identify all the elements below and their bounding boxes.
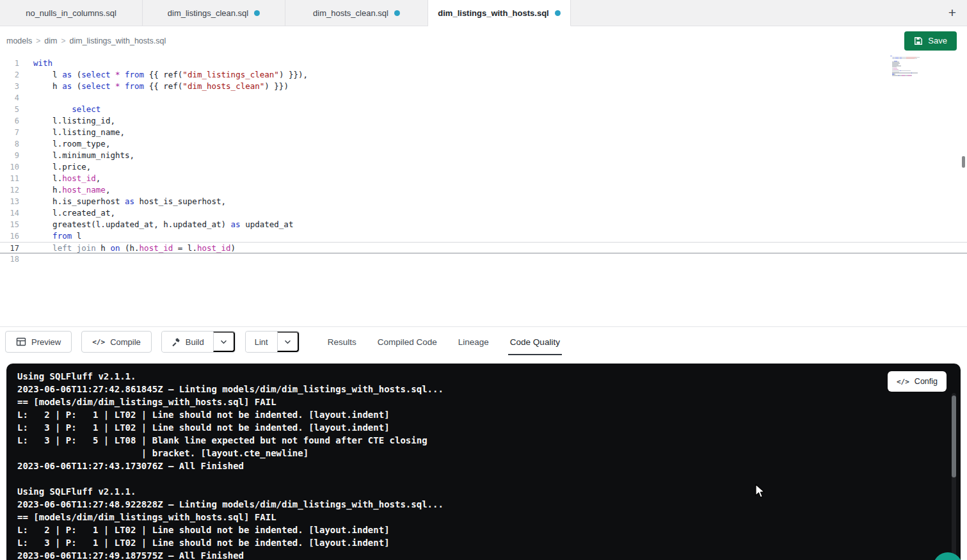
- code-line-16[interactable]: 16 from l: [0, 230, 967, 242]
- code-text: l.listing_name,: [19, 127, 125, 138]
- code-line-4[interactable]: 4: [0, 92, 967, 104]
- line-number: 7: [0, 127, 19, 138]
- tab-bar-filler: [571, 0, 938, 26]
- preview-button-label: Preview: [31, 337, 61, 347]
- code-text: from l: [19, 230, 81, 242]
- new-tab-button[interactable]: +: [938, 0, 967, 26]
- line-number: 18: [0, 253, 19, 265]
- panel-tab-results[interactable]: Results: [328, 327, 356, 356]
- line-number: 15: [0, 219, 19, 230]
- code-line-11[interactable]: 11 l.host_id,: [0, 173, 967, 184]
- panel-tab-lineage[interactable]: Lineage: [458, 327, 489, 356]
- breadcrumb-item[interactable]: dim: [44, 36, 57, 45]
- terminal-line: Using SQLFluff v2.1.1.: [17, 370, 961, 383]
- code-line-6[interactable]: 6 l.listing_id,: [0, 115, 967, 127]
- config-button-label: Config: [915, 377, 938, 386]
- lint-button[interactable]: Lint: [246, 332, 277, 352]
- save-button[interactable]: Save: [904, 31, 957, 51]
- code-line-7[interactable]: 7 l.listing_name,: [0, 127, 967, 138]
- code-line-8[interactable]: 8 l.room_type,: [0, 138, 967, 150]
- line-number: 6: [0, 115, 19, 127]
- code-icon: </>: [92, 338, 105, 346]
- code-line-10[interactable]: 10 l.price,: [0, 161, 967, 173]
- terminal-line: Using SQLFluff v2.1.1.: [17, 485, 961, 498]
- terminal-line: == [models/dim/dim_listings_with_hosts.s…: [17, 511, 961, 524]
- lint-split-button: Lint: [245, 331, 300, 353]
- minimap-segment: [901, 70, 911, 71]
- code-text: h as (select * from {{ ref("dim_hosts_cl…: [19, 81, 289, 92]
- config-button[interactable]: </> Config: [888, 371, 947, 392]
- lint-button-label: Lint: [255, 337, 268, 347]
- tab-label: dim_hosts_clean.sql: [313, 8, 388, 18]
- terminal-scrollbar[interactable]: [952, 396, 956, 477]
- line-number: 10: [0, 161, 19, 173]
- line-number: 4: [0, 92, 19, 104]
- code-editor[interactable]: 1with2 l as (select * from {{ ref("dim_l…: [0, 55, 967, 327]
- line-number: 1: [0, 58, 19, 69]
- build-split-button: Build: [161, 331, 236, 353]
- terminal-line: 2023-06-06T11:27:43.173076Z — All Finish…: [17, 460, 961, 472]
- build-button[interactable]: Build: [162, 332, 213, 352]
- terminal-line: == [models/dim/dim_listings_with_hosts.s…: [17, 396, 961, 408]
- terminal-line: 2023-06-06T11:27:48.922828Z — Linting mo…: [17, 498, 961, 511]
- code-line-1[interactable]: 1with: [0, 58, 967, 69]
- breadcrumb-item[interactable]: dim_listings_with_hosts.sql: [69, 36, 166, 45]
- terminal-line: L: 3 | P: 5 | LT08 | Blank line expected…: [17, 434, 961, 447]
- minimap-line: [890, 76, 939, 77]
- build-dropdown-button[interactable]: [213, 332, 235, 352]
- code-line-17[interactable]: 17 left join h on (h.host_id = l.host_id…: [0, 242, 967, 253]
- code-line-9[interactable]: 9 l.minimum_nights,: [0, 150, 967, 161]
- table-icon: [16, 337, 26, 347]
- editor-minimap[interactable]: [890, 56, 939, 77]
- hammer-icon: [171, 337, 180, 347]
- panel-tab-compiled-code[interactable]: Compiled Code: [378, 327, 437, 356]
- editor-scrollbar[interactable]: [962, 156, 965, 168]
- preview-button[interactable]: Preview: [5, 331, 72, 353]
- tab-label: dim_listings_with_hosts.sql: [438, 8, 548, 18]
- tab-1[interactable]: no_nulls_in_columns.sql: [0, 0, 143, 26]
- terminal-line: [17, 472, 961, 485]
- code-line-5[interactable]: 5 select: [0, 104, 967, 115]
- terminal-line: 2023-06-06T11:27:49.187575Z — All Finish…: [17, 549, 961, 560]
- lint-dropdown-button[interactable]: [277, 332, 299, 352]
- minimap-segment: [906, 58, 915, 59]
- breadcrumb-item[interactable]: models: [6, 36, 32, 45]
- code-line-18[interactable]: 18: [0, 253, 967, 265]
- tab-2[interactable]: dim_listings_clean.sql: [143, 0, 285, 26]
- minimap-segment: [912, 72, 918, 73]
- code-line-2[interactable]: 2 l as (select * from {{ ref("dim_listin…: [0, 69, 967, 81]
- terminal-line: 2023-06-06T11:27:42.861845Z — Linting mo…: [17, 383, 961, 396]
- code-text: l.host_id,: [19, 173, 100, 184]
- line-number: 5: [0, 104, 19, 115]
- panel-tab-code-quality[interactable]: Code Quality: [510, 327, 560, 356]
- code-line-12[interactable]: 12 h.host_name,: [0, 184, 967, 196]
- line-number: 14: [0, 207, 19, 219]
- terminal-output: Using SQLFluff v2.1.1.2023-06-06T11:27:4…: [17, 370, 961, 560]
- code-text: [19, 253, 33, 265]
- tab-bar: no_nulls_in_columns.sqldim_listings_clea…: [0, 0, 967, 26]
- unsaved-changes-dot-icon: [394, 10, 400, 16]
- code-line-15[interactable]: 15 greatest(l.updated_at, h.updated_at) …: [0, 219, 967, 230]
- terminal-panel: Using SQLFluff v2.1.1.2023-06-06T11:27:4…: [6, 364, 961, 560]
- tab-label: dim_listings_clean.sql: [168, 8, 248, 18]
- code-line-14[interactable]: 14 l.created_at,: [0, 207, 967, 219]
- save-icon: [914, 36, 923, 45]
- code-text: h.host_name,: [19, 184, 110, 196]
- terminal-line: L: 3 | P: 1 | LT02 | Line should not be …: [17, 536, 961, 549]
- line-number: 12: [0, 184, 19, 196]
- breadcrumb-bar: models>dim>dim_listings_with_hosts.sql S…: [0, 26, 967, 55]
- code-text: l.price,: [19, 161, 91, 173]
- chevron-down-icon: [220, 340, 227, 344]
- code-line-3[interactable]: 3 h as (select * from {{ ref("dim_hosts_…: [0, 81, 967, 92]
- terminal-line: L: 3 | P: 1 | LT02 | Line should not be …: [17, 421, 961, 434]
- tab-3[interactable]: dim_hosts_clean.sql: [285, 0, 428, 26]
- code-line-13[interactable]: 13 h.is_superhost as host_is_superhost,: [0, 196, 967, 207]
- action-toolbar: Preview </> Compile Build: [0, 327, 967, 356]
- code-icon: </>: [897, 378, 909, 386]
- code-text: greatest(l.updated_at, h.updated_at) as …: [19, 219, 293, 230]
- code-text: with: [19, 58, 52, 69]
- tab-4[interactable]: dim_listings_with_hosts.sql: [428, 0, 571, 26]
- build-button-label: Build: [186, 337, 204, 347]
- code-text: l.minimum_nights,: [19, 150, 134, 161]
- compile-button[interactable]: </> Compile: [81, 331, 152, 353]
